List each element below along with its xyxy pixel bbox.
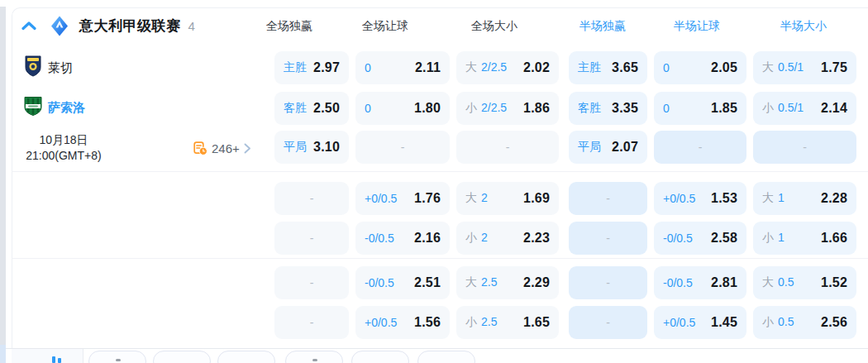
odds-cell-empty: - [569, 222, 647, 255]
more-markets-link[interactable]: 246+ [193, 141, 251, 155]
odds-selection-label: -0/0.5 [663, 232, 693, 245]
odds-value: 2.97 [313, 60, 340, 75]
bottom-tab-pill[interactable] [217, 351, 275, 363]
odds-cell[interactable]: 平局2.07 [569, 131, 647, 164]
odds-cell-empty: - [355, 131, 450, 164]
odds-cell[interactable]: 大0.51.52 [753, 266, 856, 299]
odds-value: 2.81 [711, 275, 737, 290]
odds-selection-label: 大0.5/1 [762, 60, 804, 75]
handicap-line: 2.5 [481, 315, 497, 328]
bottom-tab-pill[interactable] [153, 351, 211, 363]
odds-value: 2.51 [414, 275, 441, 290]
handicap-line: 0.5/1 [778, 101, 804, 114]
bottom-left-indicator [52, 356, 55, 363]
odds-cell[interactable]: 02.05 [654, 51, 746, 84]
column-header: 全场让球 [362, 19, 408, 34]
odds-value: 2.56 [821, 315, 847, 330]
odds-cell[interactable]: -0/0.52.16 [355, 222, 450, 255]
over-under-side: 小 [465, 231, 477, 246]
odds-value: 2.07 [612, 140, 638, 155]
odds-selection-label: 平局 [284, 140, 307, 155]
odds-cell[interactable]: 客胜3.35 [569, 92, 647, 125]
handicap-line: 主胜 [284, 60, 307, 75]
over-under-side: 小 [762, 101, 774, 116]
odds-cell[interactable]: -0/0.52.58 [654, 222, 746, 255]
odds-cell[interactable]: 主胜3.65 [569, 51, 647, 84]
handicap-line: 平局 [578, 140, 601, 155]
odds-cell[interactable]: +0/0.51.76 [355, 182, 450, 215]
page-scroll-strip[interactable] [0, 7, 6, 363]
collapse-chevron-icon[interactable] [21, 14, 36, 37]
odds-cell[interactable]: -0/0.52.81 [654, 266, 746, 299]
handicap-line: 2/2.5 [481, 101, 507, 114]
odds-cell[interactable]: 客胜2.50 [274, 92, 349, 125]
odds-cell[interactable]: 大12.28 [753, 182, 856, 215]
column-header: 半场大小 [780, 19, 827, 34]
odds-value: 1.66 [821, 231, 847, 246]
odds-cell[interactable]: 01.80 [355, 92, 450, 125]
handicap-line: +0/0.5 [663, 316, 695, 329]
odds-cell[interactable]: 大2/2.52.02 [456, 51, 559, 84]
odds-cell[interactable]: 小11.66 [753, 222, 856, 255]
odds-selection-label: -0/0.5 [365, 232, 394, 245]
odds-selection-label: 大2.5 [465, 275, 497, 290]
odds-cell[interactable]: 平局3.10 [274, 131, 349, 164]
handicap-line: -0/0.5 [663, 232, 693, 245]
handicap-line: 2 [481, 191, 488, 204]
handicap-line: 2/2.5 [481, 60, 507, 74]
handicap-line: 0 [663, 61, 670, 74]
odds-cell[interactable]: 小0.5/12.14 [753, 92, 856, 125]
odds-cell[interactable]: 大0.5/11.75 [753, 51, 856, 84]
home-team-name[interactable]: 莱切 [48, 60, 73, 76]
odds-selection-label: 0 [663, 102, 670, 115]
over-under-side: 大 [465, 275, 477, 290]
bottom-tab-pill[interactable] [417, 351, 475, 363]
odds-selection-label: +0/0.5 [663, 192, 695, 205]
odds-value: 1.65 [523, 315, 550, 330]
odds-selection-label: 主胜 [578, 60, 601, 75]
odds-cell[interactable]: +0/0.51.45 [654, 306, 746, 339]
odds-value: 1.53 [711, 191, 737, 206]
bottom-tab-pill[interactable] [351, 351, 409, 363]
odds-cell[interactable]: 小22.23 [456, 222, 559, 255]
odds-selection-label: 大2 [465, 191, 488, 206]
handicap-line: +0/0.5 [365, 192, 397, 205]
handicap-line: 客胜 [578, 101, 601, 116]
odds-cell[interactable]: 02.11 [355, 51, 450, 84]
away-team-name[interactable]: 萨索洛 [48, 100, 85, 116]
odds-cell[interactable]: +0/0.51.53 [654, 182, 746, 215]
handicap-line: 平局 [284, 140, 307, 155]
odds-selection-label: 大0.5 [762, 275, 794, 290]
chevron-right-icon [244, 143, 251, 154]
over-under-side: 小 [465, 101, 477, 116]
odds-cell[interactable]: 01.85 [654, 92, 746, 125]
match-time: 10月18日 21:00(GMT+8) [12, 132, 116, 164]
odds-cell[interactable]: +0/0.51.56 [355, 306, 450, 339]
odds-cell-empty: - [274, 222, 349, 255]
column-header: 半场独赢 [579, 19, 626, 34]
column-header: 半场让球 [674, 19, 720, 34]
odds-value: 3.35 [612, 101, 638, 116]
bottom-tab-pill[interactable] [285, 351, 343, 363]
handicap-line: -0/0.5 [365, 232, 394, 245]
odds-selection-label: 小2/2.5 [465, 101, 507, 116]
odds-value: 2.14 [821, 101, 847, 116]
odds-page: 意大利甲级联赛 4 全场独赢全场让球全场大小半场独赢半场让球半场大小 莱切 萨索… [0, 0, 868, 363]
handicap-line: +0/0.5 [663, 192, 695, 205]
odds-cell[interactable]: 主胜2.97 [274, 51, 349, 84]
odds-cell[interactable]: -0/0.52.51 [355, 266, 450, 299]
odds-cell[interactable]: 小0.52.56 [753, 306, 856, 339]
bottom-tab-pill[interactable] [88, 351, 146, 363]
odds-selection-label: 主胜 [284, 60, 307, 75]
odds-cell[interactable]: 小2/2.51.86 [456, 92, 559, 125]
odds-selection-label: -0/0.5 [365, 276, 394, 289]
odds-cell[interactable]: 小2.51.65 [456, 306, 559, 339]
odds-cell[interactable]: 大21.69 [456, 182, 559, 215]
odds-selection-label: 大2/2.5 [465, 60, 507, 75]
handicap-line: 0 [365, 61, 371, 74]
over-under-side: 大 [465, 191, 477, 206]
league-match-count: 4 [188, 19, 195, 33]
handicap-line: 1 [778, 231, 785, 244]
odds-cell[interactable]: 大2.52.29 [456, 266, 559, 299]
odds-value: 3.10 [313, 140, 340, 155]
